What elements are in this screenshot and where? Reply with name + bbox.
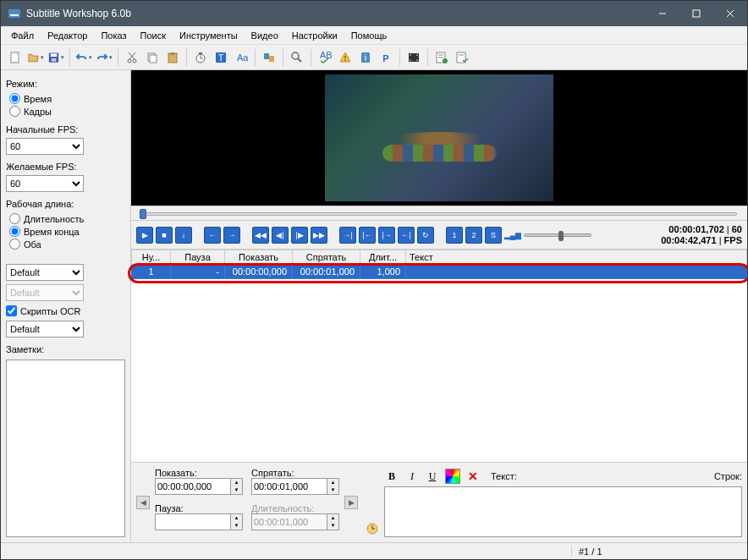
sidebar: Режим: Время Кадры Начальные FPS: 60 Жел… xyxy=(1,70,131,542)
col-hide[interactable]: Спрятать xyxy=(293,250,360,265)
copy-icon[interactable] xyxy=(143,48,162,67)
mark-end-button[interactable]: |← xyxy=(359,227,376,244)
ffwd-button[interactable]: ▶▶ xyxy=(311,227,327,244)
work-both-radio[interactable]: Оба xyxy=(9,238,125,250)
range-start-button[interactable]: |→ xyxy=(378,227,395,244)
menu-video[interactable]: Видео xyxy=(245,29,285,42)
range-end-button[interactable]: ←| xyxy=(398,227,415,244)
undo-icon[interactable] xyxy=(74,48,93,67)
table-empty-area xyxy=(131,279,747,462)
fwd-button[interactable]: |▶ xyxy=(291,227,308,244)
show-input[interactable] xyxy=(155,478,231,495)
duration-label: Длительность: xyxy=(251,503,339,513)
list-check-icon[interactable] xyxy=(453,48,471,67)
menu-editor[interactable]: Редактор xyxy=(41,29,94,42)
col-num[interactable]: Ну... xyxy=(132,250,171,265)
pascal-icon[interactable]: P xyxy=(377,48,395,67)
sync-2-button[interactable]: 2 xyxy=(465,227,482,244)
underline-button[interactable]: U xyxy=(425,469,440,484)
menu-settings[interactable]: Настройки xyxy=(285,29,344,42)
cut-icon[interactable] xyxy=(123,48,141,67)
mode-time-radio[interactable]: Время xyxy=(9,92,125,105)
loop-button[interactable]: ↻ xyxy=(417,227,434,244)
subtitle-text-input[interactable] xyxy=(384,486,742,537)
notes-textarea[interactable] xyxy=(6,360,125,537)
prev-sub-button[interactable]: ◀ xyxy=(136,496,150,509)
video-preview[interactable] xyxy=(131,70,747,206)
hide-spinner[interactable]: ▲▼ xyxy=(327,478,339,495)
col-text[interactable]: Текст xyxy=(406,250,747,265)
volume-slider[interactable] xyxy=(524,233,591,237)
desired-fps-select[interactable]: 60 xyxy=(6,175,84,192)
svg-point-43 xyxy=(443,58,448,63)
video-icon[interactable] xyxy=(404,48,423,67)
seek-bar[interactable] xyxy=(131,206,747,221)
menu-show[interactable]: Показ xyxy=(94,29,133,42)
pause-label: Пауза: xyxy=(155,503,243,513)
svg-line-12 xyxy=(129,52,135,59)
warning-icon[interactable] xyxy=(336,48,355,67)
next-button[interactable]: → xyxy=(223,227,240,244)
paste-icon[interactable] xyxy=(163,48,182,67)
back-button[interactable]: ◀| xyxy=(272,227,289,244)
ocr-select[interactable]: Default xyxy=(6,321,84,338)
pause-spinner[interactable]: ▲▼ xyxy=(231,513,243,530)
hide-input[interactable] xyxy=(251,478,327,495)
duration-spinner: ▲▼ xyxy=(327,513,339,530)
open-file-icon[interactable] xyxy=(26,48,45,67)
show-spinner[interactable]: ▲▼ xyxy=(231,478,243,495)
svg-rect-1 xyxy=(10,14,19,16)
col-dur[interactable]: Длит... xyxy=(360,250,406,265)
redo-icon[interactable] xyxy=(95,48,113,67)
translate-icon[interactable] xyxy=(260,48,278,67)
next-sub-button[interactable]: ▶ xyxy=(344,496,358,509)
italic-button[interactable]: I xyxy=(404,469,420,484)
sync-s-button[interactable]: S xyxy=(485,227,502,244)
info-icon[interactable]: i xyxy=(356,48,375,67)
col-pause[interactable]: Пауза xyxy=(171,250,225,265)
seek-thumb[interactable] xyxy=(140,209,146,219)
mark-start-button[interactable]: →| xyxy=(339,227,356,244)
app-icon xyxy=(8,7,21,20)
clear-format-button[interactable]: ✕ xyxy=(465,469,481,484)
style-select-1[interactable]: Default xyxy=(6,264,84,281)
volume-thumb[interactable] xyxy=(558,231,564,241)
clock-icon[interactable] xyxy=(366,522,379,535)
menu-tools[interactable]: Инструменты xyxy=(173,29,245,42)
menu-file[interactable]: Файл xyxy=(4,29,41,42)
initial-fps-select[interactable]: 60 xyxy=(6,138,84,155)
stop-button[interactable]: ■ xyxy=(156,227,173,244)
maximize-button[interactable] xyxy=(679,1,713,26)
list-add-icon[interactable] xyxy=(432,48,451,67)
case-icon[interactable]: Aa xyxy=(232,48,250,67)
svg-line-28 xyxy=(298,58,301,62)
sync-1-button[interactable]: 1 xyxy=(446,227,463,244)
col-show[interactable]: Показать xyxy=(225,250,293,265)
work-endtime-radio[interactable]: Время конца xyxy=(9,225,125,238)
volume-icon[interactable]: ▂▄▆ xyxy=(504,227,521,244)
rewind-button[interactable]: ◀◀ xyxy=(252,227,269,244)
new-file-icon[interactable] xyxy=(6,48,25,67)
style-select-2[interactable]: Default xyxy=(6,284,84,301)
step-down-button[interactable]: ↓ xyxy=(175,227,192,244)
mode-frames-radio[interactable]: Кадры xyxy=(9,105,125,118)
close-button[interactable] xyxy=(713,1,747,26)
color-button[interactable] xyxy=(445,469,460,484)
work-duration-radio[interactable]: Длительность xyxy=(9,212,125,225)
menu-help[interactable]: Помощь xyxy=(344,29,394,42)
table-row[interactable]: 1 - 00:00:00,000 00:00:01,000 1,000 xyxy=(132,265,747,279)
timer-icon[interactable] xyxy=(191,48,210,67)
scripts-ocr-checkbox[interactable]: Скрипты OCR xyxy=(6,305,125,317)
text-icon[interactable]: T xyxy=(212,48,230,67)
save-file-icon[interactable] xyxy=(47,48,65,67)
svg-point-11 xyxy=(133,59,136,63)
search-icon[interactable] xyxy=(288,48,306,67)
play-button[interactable]: ▶ xyxy=(136,227,153,244)
bold-button[interactable]: B xyxy=(384,469,399,484)
pause-input[interactable] xyxy=(155,513,231,530)
spellcheck-icon[interactable]: ABC xyxy=(316,48,334,67)
prev-button[interactable]: ← xyxy=(204,227,221,244)
menu-search[interactable]: Поиск xyxy=(134,29,173,42)
svg-rect-8 xyxy=(51,53,58,57)
minimize-button[interactable] xyxy=(646,1,679,26)
